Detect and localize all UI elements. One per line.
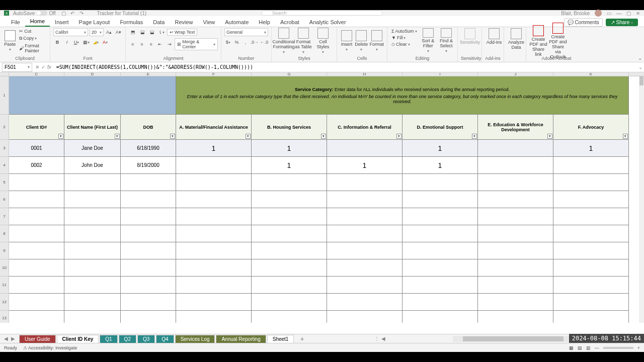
empty-cell[interactable] (64, 311, 121, 323)
empty-cell[interactable] (252, 259, 327, 277)
empty-cell[interactable] (64, 259, 121, 277)
column-header-cell[interactable]: F. Advocacy▾ (553, 115, 629, 140)
underline-button[interactable]: U▾ (72, 38, 80, 46)
column-header-cell[interactable]: A. Material/Financial Assistance▾ (176, 115, 252, 140)
tab-home[interactable]: Home (25, 16, 50, 27)
percent-icon[interactable]: % (233, 38, 240, 46)
italic-button[interactable]: I (63, 38, 71, 46)
paste-button[interactable]: Paste▾ (3, 30, 17, 52)
row-header[interactable]: 4 (0, 157, 9, 174)
tab-help[interactable]: Help (254, 17, 275, 27)
font-size-select[interactable]: 20▾ (90, 28, 104, 36)
data-cell[interactable]: 0001 (9, 140, 64, 157)
indent-dec-icon[interactable]: ⇤ (156, 40, 164, 48)
filter-button[interactable]: ▾ (58, 134, 63, 139)
tab-options-icon[interactable]: ⋮ (374, 336, 379, 341)
format-cells-button[interactable]: Format▾ (369, 30, 384, 52)
bold-button[interactable]: B (53, 38, 61, 46)
inc-decimal-icon[interactable]: .0→ (251, 38, 259, 46)
empty-cell[interactable] (553, 191, 629, 208)
minimize-icon[interactable]: — (616, 11, 621, 16)
column-header-cell[interactable]: D. Emotional Support▾ (403, 115, 478, 140)
cell-styles-button[interactable]: Cell Styles▾ (314, 28, 332, 54)
sheet-tab[interactable]: Q2 (119, 335, 136, 343)
align-left-icon[interactable]: ≡ (129, 40, 136, 48)
empty-cell[interactable] (64, 208, 121, 225)
empty-cell[interactable] (403, 191, 478, 208)
filter-button[interactable]: ▾ (547, 134, 552, 139)
empty-cell[interactable] (403, 277, 478, 294)
data-cell[interactable] (327, 140, 403, 157)
empty-cell[interactable] (64, 242, 121, 259)
tab-page-layout[interactable]: Page Layout (74, 17, 115, 27)
column-header[interactable]: D (64, 72, 121, 76)
empty-cell[interactable] (478, 294, 553, 311)
empty-cell[interactable] (327, 294, 403, 311)
dec-decimal-icon[interactable]: ←.0 (260, 38, 268, 46)
fill-button[interactable]: ▼ Fill ▾ (390, 35, 418, 41)
empty-cell[interactable] (9, 242, 64, 259)
empty-cell[interactable] (403, 225, 478, 242)
redo-icon[interactable]: ↷ (79, 11, 86, 16)
empty-cell[interactable] (553, 242, 629, 259)
data-cell[interactable]: 1 (403, 140, 478, 157)
column-header[interactable]: G (252, 72, 327, 76)
vertical-scrollbar[interactable] (639, 76, 644, 323)
empty-cell[interactable] (64, 225, 121, 242)
column-header[interactable]: K (553, 72, 629, 76)
enter-formula-icon[interactable]: ✓ (41, 64, 45, 70)
empty-cell[interactable] (176, 208, 252, 225)
tab-view[interactable]: View (198, 17, 220, 27)
empty-cell[interactable] (121, 208, 176, 225)
sheet-tab[interactable]: Q4 (156, 335, 174, 343)
insert-cells-button[interactable]: Insert▾ (340, 30, 353, 52)
empty-cell[interactable] (403, 242, 478, 259)
empty-cell[interactable] (478, 311, 553, 323)
empty-cell[interactable] (121, 225, 176, 242)
filter-button[interactable]: ▾ (623, 134, 628, 139)
empty-cell[interactable] (64, 277, 121, 294)
name-box[interactable]: F501▾ (2, 63, 32, 72)
empty-cell[interactable] (553, 311, 629, 323)
empty-cell[interactable] (121, 174, 176, 191)
empty-cell[interactable] (478, 259, 553, 277)
empty-cell[interactable] (121, 259, 176, 277)
align-middle-icon[interactable]: ⬓ (138, 28, 146, 36)
hscroll-left-icon[interactable]: ◀ (381, 336, 385, 341)
zoom-slider[interactable] (603, 347, 633, 349)
expand-formula-icon[interactable]: ⌄ (637, 64, 644, 70)
font-color-button[interactable]: A▾ (101, 38, 109, 46)
empty-cell[interactable] (327, 208, 403, 225)
empty-cell[interactable] (176, 277, 252, 294)
zoom-out-icon[interactable]: — (595, 345, 599, 350)
share-button[interactable]: ↗ Share ▾ (606, 19, 638, 26)
empty-cell[interactable] (553, 259, 629, 277)
sheet-tab[interactable]: Q1 (100, 335, 117, 343)
tab-formulas[interactable]: Formulas (115, 17, 148, 27)
empty-cell[interactable] (553, 225, 629, 242)
indent-inc-icon[interactable]: ⇥ (166, 40, 173, 48)
column-header[interactable]: E (121, 72, 176, 76)
fill-color-button[interactable]: ◢▾ (92, 38, 100, 46)
view-page-layout-icon[interactable]: ▤ (578, 345, 582, 350)
empty-cell[interactable] (403, 259, 478, 277)
borders-button[interactable]: ▦▾ (82, 38, 90, 46)
data-cell[interactable] (176, 157, 252, 174)
filter-button[interactable]: ▾ (115, 134, 120, 139)
filter-button[interactable]: ▾ (170, 134, 175, 139)
formula-input[interactable]: =SUM(INDIRECT(ADDRESS(1,COLUMN())&":"&AD… (54, 64, 637, 70)
empty-cell[interactable] (478, 174, 553, 191)
empty-cell[interactable] (121, 311, 176, 323)
conditional-formatting-button[interactable]: Conditional Formatting▾ (275, 28, 293, 54)
filter-button[interactable]: ▾ (472, 134, 477, 139)
tab-file[interactable]: File (6, 17, 25, 27)
empty-cell[interactable] (327, 174, 403, 191)
empty-cell[interactable] (176, 225, 252, 242)
empty-cell[interactable] (478, 191, 553, 208)
tab-analytic-solver[interactable]: Analytic Solver (304, 17, 351, 27)
filename[interactable]: Tracker for Tutorial (1) (97, 11, 147, 16)
empty-cell[interactable] (176, 259, 252, 277)
autosave-toggle[interactable]: AutoSave Off (13, 11, 56, 16)
column-header[interactable]: C (9, 72, 64, 76)
data-cell[interactable]: John Doe (64, 157, 121, 174)
